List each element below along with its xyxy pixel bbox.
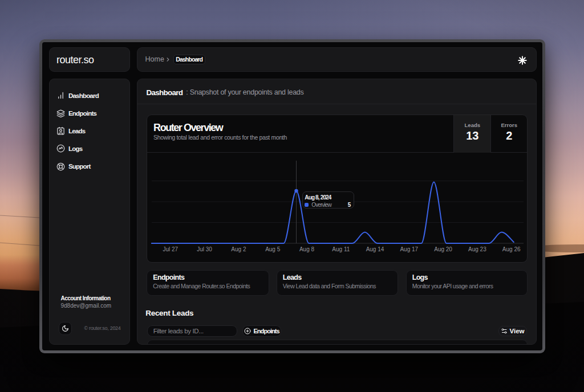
svg-text:Aug 8: Aug 8 bbox=[299, 246, 315, 252]
svg-text:Aug 20: Aug 20 bbox=[435, 246, 453, 252]
svg-text:Aug 5: Aug 5 bbox=[265, 246, 281, 252]
svg-text:Aug 23: Aug 23 bbox=[468, 246, 486, 252]
svg-text:Jul 30: Jul 30 bbox=[197, 246, 213, 252]
svg-text:Jul 27: Jul 27 bbox=[163, 246, 179, 252]
svg-text:Aug 14: Aug 14 bbox=[366, 246, 384, 252]
svg-text:Aug 26: Aug 26 bbox=[502, 246, 521, 252]
svg-text:Aug 17: Aug 17 bbox=[400, 246, 419, 252]
svg-text:Aug 2: Aug 2 bbox=[232, 246, 247, 252]
svg-text:Aug 11: Aug 11 bbox=[332, 246, 350, 252]
